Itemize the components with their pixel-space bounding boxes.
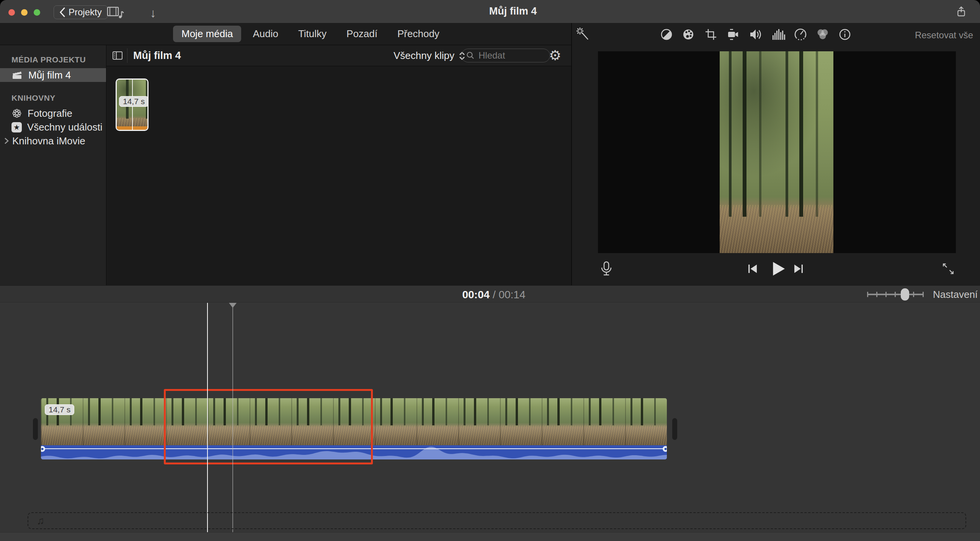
current-time: 00:04	[462, 289, 490, 301]
clapperboard-icon	[11, 70, 23, 80]
preview-video-frame	[720, 51, 833, 253]
titlebar: Projekty ↓ Můj film 4	[0, 0, 980, 23]
voiceover-mic-icon[interactable]	[598, 260, 615, 277]
media-browser-icon[interactable]	[106, 6, 124, 19]
disclosure-chevron-icon	[4, 137, 9, 145]
tab-moje-media[interactable]: Moje média	[173, 26, 241, 42]
sidebar-item-knihovna-imovie[interactable]: Knihovna iMovie	[0, 134, 106, 148]
sidebar-section-project-media: MÉDIA PROJEKTU	[11, 55, 106, 64]
tab-audio[interactable]: Audio	[244, 26, 287, 42]
enhance-magic-wand-icon[interactable]	[575, 26, 592, 43]
timeline-start-marker	[33, 418, 38, 440]
sidebar-item-label: Fotografie	[28, 108, 72, 119]
media-clip-thumbnail[interactable]: 14,7 s	[116, 78, 149, 131]
sidebar-item-vsechny-udalosti[interactable]: ★ Všechny události	[0, 120, 106, 134]
viewer-canvas	[598, 51, 956, 253]
zoom-window-button[interactable]	[34, 9, 40, 16]
media-tabs: Moje média Audio Titulky Pozadí Přechody	[0, 23, 571, 45]
imovie-window: Projekty ↓ Můj film 4 Moje m	[0, 0, 980, 541]
noise-equalizer-icon[interactable]	[770, 26, 787, 43]
reset-all-button[interactable]: Resetovat vše	[915, 30, 973, 41]
timeline-settings-button[interactable]: Nastavení	[933, 289, 978, 301]
sidebar-item-fotografie[interactable]: Fotografie	[0, 106, 106, 120]
color-correction-palette-icon[interactable]	[680, 26, 697, 43]
back-button-label: Projekty	[69, 7, 102, 18]
time-display: 00:04 / 00:14	[433, 289, 555, 301]
timeline-header: 00:04 / 00:14 Nastavení	[0, 285, 980, 302]
viewer-pane: Resetovat vše	[571, 23, 980, 285]
header-divider	[127, 48, 127, 63]
share-icon[interactable]	[954, 5, 969, 19]
range-selection-rectangle	[164, 389, 373, 464]
chevron-left-icon	[59, 7, 65, 17]
sidebar-item-label: Knihovna iMovie	[12, 135, 85, 147]
timeline-end-marker	[672, 418, 677, 440]
clip-filter-circles-icon[interactable]	[814, 26, 831, 43]
sidebar-toggle-icon[interactable]	[111, 50, 124, 61]
fullscreen-icon[interactable]	[941, 261, 956, 276]
window-title: Můj film 4	[452, 5, 574, 17]
zoom-slider-thumb[interactable]	[901, 288, 909, 301]
total-time: 00:14	[498, 289, 525, 301]
back-to-projects-button[interactable]: Projekty	[54, 5, 108, 19]
import-download-icon[interactable]: ↓	[150, 6, 156, 20]
close-window-button[interactable]	[8, 9, 15, 16]
photos-flower-icon	[11, 108, 22, 119]
info-icon[interactable]	[836, 26, 853, 43]
timeline-footer	[0, 532, 980, 541]
music-note-icon: ♫	[37, 515, 44, 527]
media-browser-title: Můj film 4	[133, 50, 181, 62]
sidebar-item-muj-film-4[interactable]: Můj film 4	[0, 68, 106, 82]
volume-handle-right[interactable]	[663, 446, 667, 452]
clip-filter-popup[interactable]: Všechny klipy	[394, 50, 466, 62]
media-browser: Můj film 4 Všechny klipy ⚙	[106, 45, 571, 285]
search-field[interactable]	[461, 49, 550, 62]
search-input[interactable]	[478, 50, 537, 61]
time-separator: /	[493, 289, 496, 301]
next-frame-button[interactable]	[791, 261, 806, 276]
tab-prechody[interactable]: Přechody	[389, 26, 448, 42]
skimmer-handle[interactable]	[229, 303, 237, 308]
crop-icon[interactable]	[702, 26, 719, 43]
search-icon	[466, 51, 475, 60]
previous-frame-button[interactable]	[745, 261, 760, 276]
timeline-clip-duration-badge: 14,7 s	[45, 404, 74, 415]
tab-pozadi[interactable]: Pozadí	[338, 26, 386, 42]
skimmer-line	[232, 303, 233, 532]
sidebar: MÉDIA PROJEKTU Můj film 4 KNIHOVNY Fotog…	[0, 45, 106, 285]
clip-duration-badge: 14,7 s	[119, 96, 149, 107]
background-music-well[interactable]: ♫	[28, 512, 966, 529]
play-button[interactable]	[767, 259, 787, 279]
sidebar-item-label: Všechny události	[27, 121, 103, 133]
speed-speedometer-icon[interactable]	[792, 26, 809, 43]
media-browser-header: Můj film 4 Všechny klipy ⚙	[106, 45, 571, 66]
clip-settings-gear-icon[interactable]: ⚙	[549, 48, 561, 63]
sidebar-section-libraries: KNIHOVNY	[11, 93, 106, 103]
stabilization-camera-icon[interactable]	[725, 26, 742, 43]
star-icon: ★	[11, 122, 22, 132]
playhead-line[interactable]	[207, 303, 208, 532]
volume-speaker-icon[interactable]	[747, 26, 764, 43]
minimize-window-button[interactable]	[21, 9, 28, 16]
color-balance-icon[interactable]	[658, 26, 675, 43]
clip-filter-label: Všechny klipy	[394, 50, 454, 62]
timeline-zoom-slider[interactable]	[867, 294, 924, 295]
sidebar-item-label: Můj film 4	[28, 69, 71, 81]
tab-titulky[interactable]: Titulky	[290, 26, 335, 42]
